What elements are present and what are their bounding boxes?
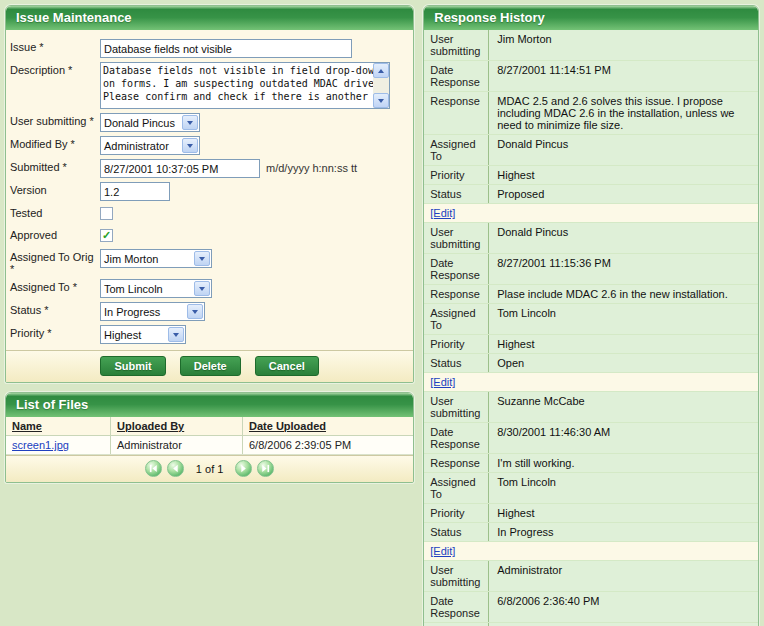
form-row-assigned-to-orig: Assigned To Orig * Jim Morton xyxy=(10,249,409,275)
priority-value: Highest xyxy=(104,329,141,341)
left-column: Issue Maintenance Issue * Description * … xyxy=(5,5,414,626)
edit-link[interactable]: [Edit] xyxy=(430,545,455,557)
row-label: Date Response xyxy=(424,423,488,453)
user-submitting-value: Suzanne McCabe xyxy=(488,392,758,422)
row-label: User submitting xyxy=(424,30,488,60)
description-label: Description * xyxy=(10,62,100,109)
form-row-assigned-to: Assigned To * Tom Lincoln xyxy=(10,279,409,298)
assigned-to-value: Donald Pincus xyxy=(488,135,758,165)
chevron-down-icon[interactable] xyxy=(194,251,210,266)
pager-next-button[interactable] xyxy=(235,460,252,477)
delete-button[interactable]: Delete xyxy=(180,356,241,376)
user-submitting-value: Donald Pincus xyxy=(104,117,175,129)
arrow-up-icon xyxy=(378,69,384,73)
issue-input[interactable] xyxy=(100,39,352,58)
submit-button[interactable]: Submit xyxy=(100,356,165,376)
status-value: Proposed xyxy=(488,185,758,203)
assigned-to-orig-value: Jim Morton xyxy=(104,253,158,265)
priority-label: Priority * xyxy=(10,325,100,344)
priority-value: Highest xyxy=(488,335,758,353)
scroll-up-button[interactable] xyxy=(373,63,389,78)
right-column: Response History User submittingJim Mort… xyxy=(423,5,759,626)
list-of-files-panel: List of Files Name Uploaded By Date Uplo… xyxy=(5,392,414,483)
row-label: Response xyxy=(424,285,488,303)
date-response-value: 6/8/2006 2:36:40 PM xyxy=(488,592,758,622)
row-label: User submitting xyxy=(424,392,488,422)
edit-link[interactable]: [Edit] xyxy=(430,376,455,388)
date-format-hint: m/d/yyyy h:nn:ss tt xyxy=(266,159,357,174)
row-label: User submitting xyxy=(424,223,488,253)
issue-maintenance-header: Issue Maintenance xyxy=(6,6,413,30)
files-header-row: Name Uploaded By Date Uploaded xyxy=(6,417,413,436)
panel-title: Issue Maintenance xyxy=(16,10,132,25)
prev-page-icon xyxy=(171,464,180,473)
edit-link[interactable]: [Edit] xyxy=(430,207,455,219)
tested-label: Tested xyxy=(10,205,100,223)
scroll-down-button[interactable] xyxy=(373,93,389,108)
assigned-to-orig-select[interactable]: Jim Morton xyxy=(100,249,212,268)
first-page-icon xyxy=(149,464,158,473)
form-row-description: Description * Database fields not visibl… xyxy=(10,62,409,109)
priority-select[interactable]: Highest xyxy=(100,325,186,344)
page: Issue Maintenance Issue * Description * … xyxy=(0,0,764,626)
row-label: Assigned To xyxy=(424,135,488,165)
row-label: Date Response xyxy=(424,254,488,284)
files-table: Name Uploaded By Date Uploaded screen1.j… xyxy=(6,417,413,455)
assigned-to-value: Tom Lincoln xyxy=(488,304,758,334)
priority-value: Highest xyxy=(488,166,758,184)
user-submitting-value: Jim Morton xyxy=(488,30,758,60)
issue-maintenance-panel: Issue Maintenance Issue * Description * … xyxy=(5,5,414,383)
tested-checkbox[interactable] xyxy=(100,207,113,220)
user-submitting-label: User submitting * xyxy=(10,113,100,132)
description-textarea[interactable]: Database fields not visible in field dro… xyxy=(100,62,390,109)
approved-label: Approved xyxy=(10,227,100,245)
response-value: I'm still working. xyxy=(488,454,758,472)
form-row-version: Version xyxy=(10,182,409,201)
pager-prev-button[interactable] xyxy=(167,460,184,477)
issue-form: Issue * Description * Database fields no… xyxy=(6,30,413,382)
chevron-down-icon[interactable] xyxy=(168,327,184,342)
chevron-down-icon[interactable] xyxy=(182,115,198,130)
arrow-down-icon xyxy=(378,99,384,103)
status-label: Status * xyxy=(10,302,100,321)
date-response-value: 8/30/2001 11:46:30 AM xyxy=(488,423,758,453)
assigned-to-select[interactable]: Tom Lincoln xyxy=(100,279,212,298)
column-header-uploaded-by[interactable]: Uploaded By xyxy=(110,417,242,435)
cancel-button[interactable]: Cancel xyxy=(255,356,319,376)
response-entry: User submittingDonald Pincus Date Respon… xyxy=(424,223,758,392)
panel-title: Response History xyxy=(434,10,545,25)
file-link[interactable]: screen1.jpg xyxy=(12,439,69,451)
approved-checkbox[interactable] xyxy=(100,229,113,242)
modified-by-select[interactable]: Administrator xyxy=(100,136,200,155)
row-label: User submitting xyxy=(424,561,488,591)
column-header-name[interactable]: Name xyxy=(6,417,110,435)
row-label: Date Response xyxy=(424,61,488,91)
submitted-input[interactable] xyxy=(100,159,260,178)
version-input[interactable] xyxy=(100,182,170,201)
assigned-to-value: Tom Lincoln xyxy=(104,283,163,295)
panel-title: List of Files xyxy=(16,397,88,412)
date-uploaded-cell: 6/8/2006 2:39:05 PM xyxy=(242,436,413,454)
row-label: Status xyxy=(424,185,488,203)
pager-last-button[interactable] xyxy=(257,460,274,477)
chevron-down-icon[interactable] xyxy=(194,281,210,296)
user-submitting-select[interactable]: Donald Pincus xyxy=(100,113,200,132)
assigned-to-value: Tom Lincoln xyxy=(488,473,758,503)
files-pager: 1 of 1 xyxy=(6,455,413,482)
next-page-icon xyxy=(239,464,248,473)
assigned-to-orig-label: Assigned To Orig * xyxy=(10,249,100,275)
assigned-to-label: Assigned To * xyxy=(10,279,100,298)
list-of-files-header: List of Files xyxy=(6,393,413,417)
row-label: Date Response xyxy=(424,592,488,622)
status-value: Open xyxy=(488,354,758,372)
last-page-icon xyxy=(261,464,270,473)
description-scrollbar[interactable] xyxy=(373,63,389,108)
response-entry: User submittingAdministrator Date Respon… xyxy=(424,561,758,626)
status-select[interactable]: In Progress xyxy=(100,302,205,321)
chevron-down-icon[interactable] xyxy=(187,304,203,319)
row-label: Response xyxy=(424,454,488,472)
chevron-down-icon[interactable] xyxy=(182,138,198,153)
column-header-date-uploaded[interactable]: Date Uploaded xyxy=(242,417,413,435)
pager-first-button[interactable] xyxy=(145,460,162,477)
response-entry: User submittingJim Morton Date Response8… xyxy=(424,30,758,223)
